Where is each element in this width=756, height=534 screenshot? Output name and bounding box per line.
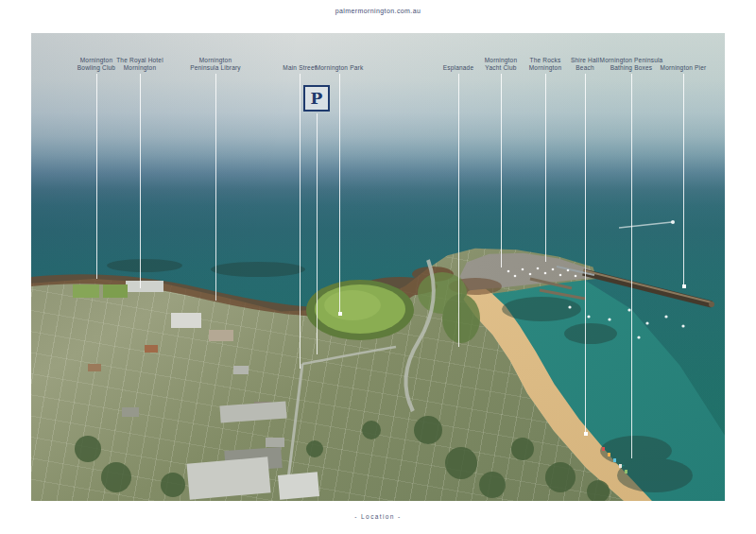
callout-mornington-peninsula-bathing-boxes: Mornington Peninsula Bathing Boxes: [31, 33, 725, 501]
callout-leader-line: [339, 74, 340, 314]
callout-the-royal-hotel-mornington: The Royal Hotel Mornington: [31, 33, 725, 501]
callout-mornington-peninsula-library: Mornington Peninsula Library: [31, 33, 725, 501]
callout-label: Esplanade: [443, 64, 474, 72]
website-url: palmermornington.com.au: [0, 8, 756, 14]
callout-end-dot: [682, 284, 686, 288]
callout-label: The Rocks Mornington: [529, 57, 562, 71]
callout-main-street: Main Street: [31, 33, 725, 501]
site-leader-line: [317, 113, 318, 354]
callout-layer: Mornington Bowling ClubThe Royal Hotel M…: [31, 33, 725, 501]
callout-label: Mornington Bowling Club: [77, 57, 115, 71]
callout-leader-line: [631, 74, 632, 458]
property-logo: P: [303, 85, 330, 112]
property-logo-letter: P: [311, 89, 323, 108]
callout-end-dot: [584, 432, 588, 436]
callout-label: The Royal Hotel Mornington: [116, 57, 163, 71]
callout-leader-line: [300, 74, 301, 369]
callout-leader-line: [458, 74, 459, 347]
callout-mornington-pier: Mornington Pier: [31, 33, 725, 501]
brochure-page: palmermornington.com.au: [0, 0, 756, 534]
callout-label: Shire Hall Beach: [571, 57, 599, 71]
callout-label: Mornington Park: [316, 64, 364, 72]
callout-leader-line: [501, 74, 502, 267]
callout-leader-line: [683, 74, 684, 286]
callout-shire-hall-beach: Shire Hall Beach: [31, 33, 725, 501]
page-caption: - Location -: [0, 513, 756, 520]
aerial-photo: Mornington Bowling ClubThe Royal Hotel M…: [31, 33, 725, 501]
callout-leader-line: [215, 74, 216, 301]
callout-the-rocks-mornington: The Rocks Mornington: [31, 33, 725, 501]
callout-end-dot: [338, 312, 342, 316]
callout-label: Mornington Yacht Club: [485, 57, 518, 71]
callout-label: Mornington Peninsula Library: [190, 57, 241, 71]
callout-label: Mornington Peninsula Bathing Boxes: [600, 57, 663, 71]
callout-leader-line: [140, 74, 141, 288]
callout-mornington-yacht-club: Mornington Yacht Club: [31, 33, 725, 501]
callout-leader-line: [585, 74, 586, 434]
callout-mornington-bowling-club: Mornington Bowling Club: [31, 33, 725, 501]
callout-leader-line: [545, 74, 546, 262]
callout-esplanade: Esplanade: [31, 33, 725, 501]
callout-label: Mornington Pier: [661, 64, 707, 72]
callout-leader-line: [96, 74, 97, 279]
callout-label: Main Street: [283, 64, 316, 72]
callout-mornington-park: Mornington Park: [31, 33, 725, 501]
